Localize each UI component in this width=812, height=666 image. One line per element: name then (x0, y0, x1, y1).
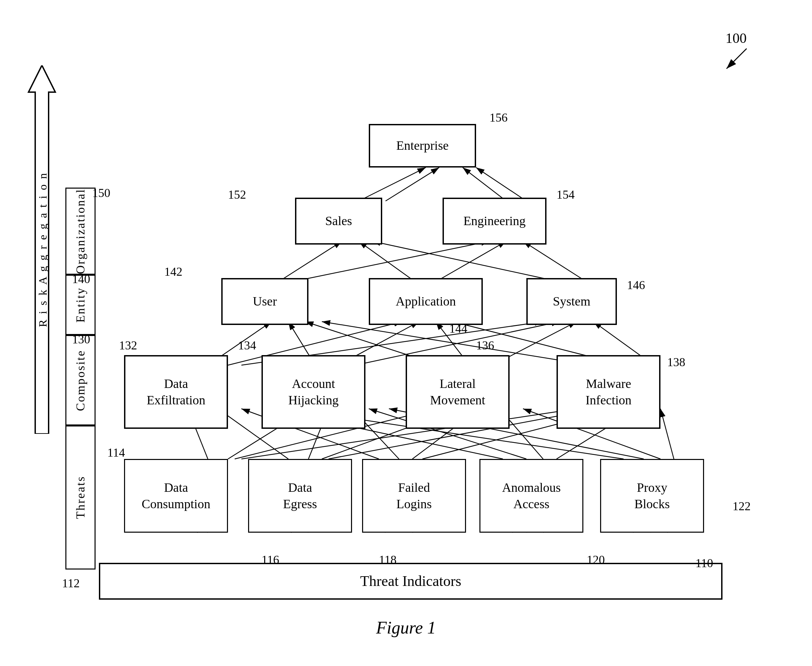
data-consumption-box: Data Consumption (124, 459, 228, 532)
ref-138: 138 (667, 355, 685, 369)
svg-line-49 (282, 241, 342, 280)
svg-line-52 (439, 241, 506, 280)
ref-140: 140 (72, 272, 90, 286)
lateral-movement-box: Lateral Movement (406, 355, 509, 429)
ref-110: 110 (695, 556, 713, 570)
ref-100: 100 (726, 30, 747, 46)
ref-144: 144 (449, 321, 467, 336)
ref-130: 130 (72, 332, 90, 346)
ref-118: 118 (379, 553, 397, 567)
ref-116: 116 (261, 553, 279, 567)
data-egress-box: Data Egress (248, 459, 352, 532)
ref-154: 154 (557, 188, 575, 202)
svg-line-53 (372, 241, 550, 280)
anomalous-access-box: Anomalous Access (480, 459, 583, 532)
risk-aggregation-label: R i s k A g g r e g a t i o n (23, 65, 63, 434)
svg-line-57 (463, 168, 506, 201)
svg-line-51 (359, 241, 412, 280)
threat-indicators-box: Threat Indicators (99, 563, 723, 600)
layer-composite: Composite (65, 335, 96, 425)
application-box: Application (369, 278, 483, 325)
ref-132: 132 (119, 338, 137, 353)
layer-threats: Threats (65, 425, 96, 570)
diagram: R i s k A g g r e g a t i o n Threats Co… (0, 0, 812, 666)
proxy-blocks-box: Proxy Blocks (600, 459, 704, 532)
ref-146: 146 (627, 278, 645, 292)
malware-infection-box: Malware Infection (557, 355, 660, 429)
ref-114: 114 (107, 445, 125, 460)
svg-line-54 (523, 241, 583, 280)
data-exfiltration-box: Data Exfiltration (124, 355, 228, 429)
svg-line-55 (359, 168, 426, 201)
svg-line-36 (660, 409, 674, 459)
enterprise-box: Enterprise (369, 124, 476, 168)
sales-box: Sales (295, 198, 382, 244)
account-hijacking-box: Account Hijacking (261, 355, 365, 429)
svg-line-60 (726, 49, 747, 69)
engineering-box: Engineering (443, 198, 546, 244)
ref-156: 156 (490, 110, 508, 125)
figure-label: Figure 1 (376, 618, 436, 638)
user-box: User (221, 278, 308, 325)
failed-logins-box: Failed Logins (362, 459, 466, 532)
ref-142: 142 (164, 265, 182, 279)
svg-line-56 (385, 168, 439, 201)
svg-line-50 (302, 241, 490, 280)
ref-122: 122 (733, 499, 751, 513)
system-box: System (526, 278, 617, 325)
ref-112: 112 (62, 576, 80, 590)
ref-150: 150 (92, 186, 110, 200)
ref-120: 120 (587, 553, 605, 567)
ref-152: 152 (228, 188, 246, 202)
ref-100-arrow (723, 45, 750, 72)
ref-134: 134 (238, 338, 256, 353)
ref-136: 136 (476, 338, 494, 353)
svg-line-58 (476, 168, 526, 201)
layer-organizational: Organizational (65, 188, 96, 275)
